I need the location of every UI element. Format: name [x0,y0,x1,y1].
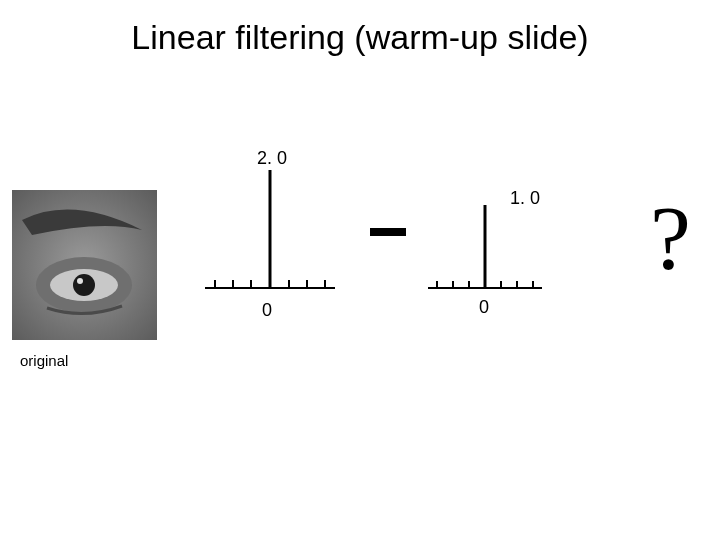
impulse1-axis-label: 0 [262,300,272,321]
svg-point-3 [73,274,95,296]
slide: Linear filtering (warm-up slide) [0,0,720,540]
minus-icon [370,222,406,242]
impulse1-plot [195,170,345,304]
eye-icon [12,190,157,340]
impulse1-scale-label: 2. 0 [257,148,287,169]
svg-point-4 [77,278,83,284]
original-image [12,190,157,340]
impulse2-plot [420,205,550,304]
svg-rect-14 [370,228,406,236]
image-caption: original [20,352,68,369]
impulse2-axis-label: 0 [479,297,489,318]
minus-operator: – [370,222,406,247]
result-question-mark: ? [650,185,691,291]
slide-title: Linear filtering (warm-up slide) [0,18,720,57]
